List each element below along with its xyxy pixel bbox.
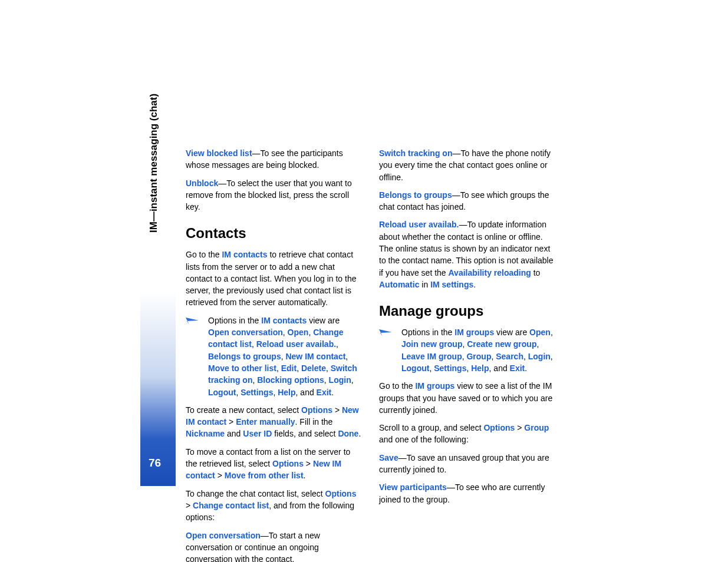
left-column: View blocked list—To see the participant…	[186, 147, 361, 562]
para-unblock: Unblock—To select the user that you want…	[186, 177, 361, 213]
svg-marker-0	[186, 318, 199, 325]
para-change-list: To change the chat contact list, select …	[186, 488, 361, 524]
heading-manage-groups: Manage groups	[379, 301, 555, 322]
sidebar: IM—instant messaging (chat) 76	[140, 97, 176, 486]
tip-body: Options in the IM groups view are Open, …	[401, 326, 555, 374]
tip-icon	[379, 326, 394, 374]
kw-view-blocked-list: View blocked list	[186, 148, 252, 158]
para-open-conversation: Open conversation—To start a new convers…	[186, 530, 361, 562]
para-create-contact: To create a new contact, select Options …	[186, 404, 361, 440]
para-scroll-group: Scroll to a group, and select Options > …	[379, 422, 555, 446]
svg-marker-1	[379, 329, 392, 336]
para-belongs-groups: Belongs to groups—To see which groups th…	[379, 189, 555, 213]
page-content: View blocked list—To see the participant…	[186, 147, 704, 562]
para-view-participants: View participants—To see who are current…	[379, 481, 555, 505]
tip-icon	[186, 315, 201, 398]
kw-unblock: Unblock	[186, 178, 218, 188]
tip-groups-options: Options in the IM groups view are Open, …	[379, 326, 555, 374]
para-im-contacts-intro: Go to the IM contacts to retrieve chat c…	[186, 249, 361, 308]
section-title-vertical: IM—instant messaging (chat)	[147, 94, 162, 233]
kw-im-contacts: IM contacts	[222, 250, 267, 259]
para-im-groups-goto: Go to the IM groups view to see a list o…	[379, 380, 555, 416]
page-number: 76	[149, 455, 161, 471]
para-switch-tracking: Switch tracking on—To have the phone not…	[379, 147, 555, 183]
para-save-group: Save—To save an unsaved group that you a…	[379, 452, 555, 476]
heading-contacts: Contacts	[186, 223, 361, 244]
tip-contacts-options: Options in the IM contacts view are Open…	[186, 315, 361, 398]
para-move-contact: To move a contact from a list on the ser…	[186, 446, 361, 482]
right-column: Switch tracking on—To have the phone not…	[379, 147, 555, 562]
tip-body: Options in the IM contacts view are Open…	[208, 315, 361, 398]
para-view-blocked: View blocked list—To see the participant…	[186, 147, 361, 171]
para-reload-availab: Reload user availab.—To update informati…	[379, 219, 555, 290]
